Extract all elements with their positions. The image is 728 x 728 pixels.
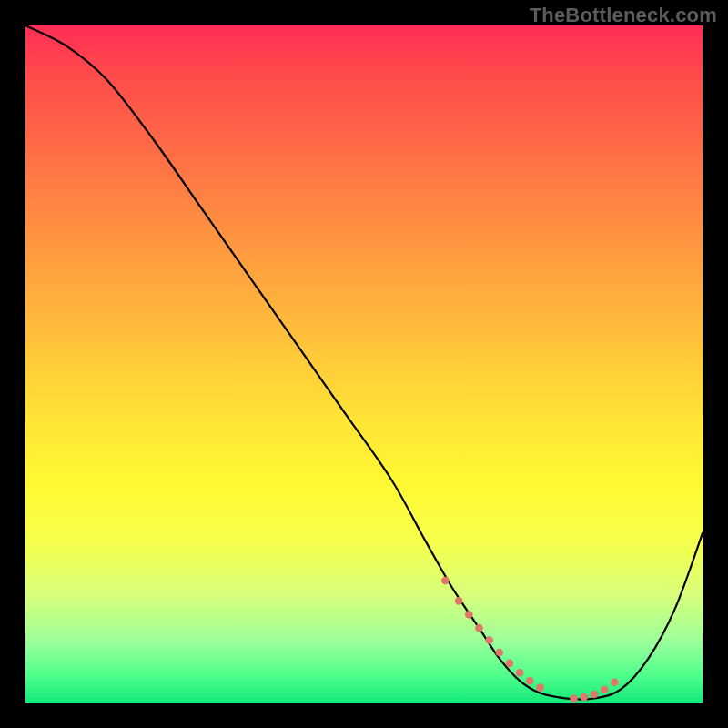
valley-dot bbox=[465, 611, 473, 619]
valley-dot bbox=[570, 694, 578, 703]
valley-dot bbox=[506, 660, 514, 668]
valley-dot bbox=[475, 624, 483, 632]
line-curve bbox=[25, 25, 703, 703]
valley-dot bbox=[526, 677, 534, 685]
valley-dot bbox=[536, 683, 544, 692]
chart-container: TheBottleneck.com bbox=[0, 0, 728, 728]
valley-dot bbox=[516, 669, 524, 677]
valley-dot bbox=[581, 693, 589, 702]
valley-dot bbox=[496, 649, 504, 657]
valley-dot bbox=[591, 691, 599, 699]
watermark-text: TheBottleneck.com bbox=[530, 4, 717, 27]
valley-dot bbox=[455, 597, 463, 605]
valley-dot bbox=[601, 686, 609, 694]
plot-area bbox=[25, 25, 703, 703]
valley-dots bbox=[441, 577, 619, 703]
curve-line bbox=[25, 25, 703, 700]
valley-dot bbox=[441, 577, 450, 585]
valley-dot bbox=[611, 678, 619, 686]
valley-dot bbox=[485, 636, 493, 644]
